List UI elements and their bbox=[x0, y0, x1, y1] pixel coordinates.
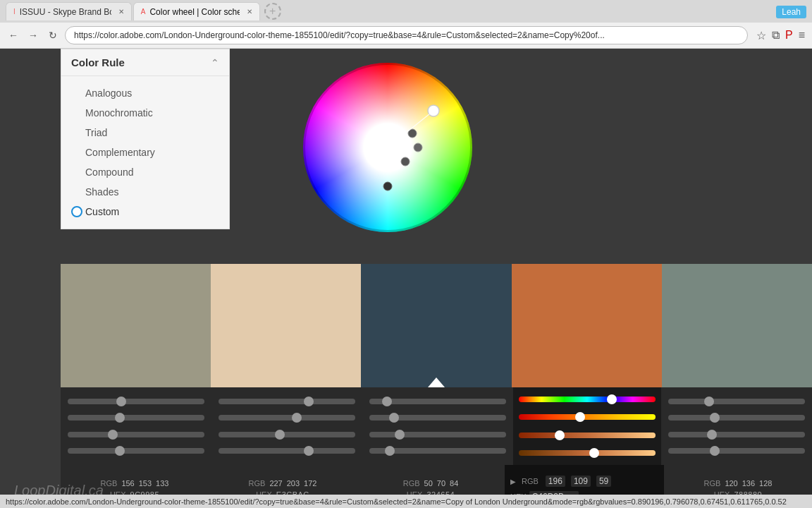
wheel-handle-2[interactable] bbox=[414, 143, 422, 152]
slider-thumb-5-a[interactable] bbox=[710, 446, 720, 456]
tab-bar: I ISSUU - Skype Brand Book ✕ A Color whe… bbox=[0, 0, 812, 23]
green-thumb[interactable] bbox=[555, 430, 565, 440]
rgb-label-4: RGB bbox=[522, 477, 539, 485]
slider-column-4 bbox=[513, 387, 661, 465]
user-label: Leah bbox=[770, 5, 806, 18]
slider-thumb-3-g[interactable] bbox=[389, 413, 399, 423]
rule-monochromatic[interactable]: Monochromatic bbox=[61, 103, 229, 123]
color-wheel-container bbox=[303, 63, 472, 232]
slider-column-2 bbox=[211, 387, 362, 465]
page-content: Save Color Rule ⌃ Analogous Monochromati… bbox=[0, 49, 812, 508]
refresh-button[interactable]: ↻ bbox=[45, 28, 61, 43]
slider-5-a[interactable] bbox=[668, 448, 805, 454]
address-bar-row: ← → ↻ ☆ ⧉ P ≡ bbox=[0, 23, 812, 48]
slider-2-r[interactable] bbox=[219, 399, 355, 404]
slider-thumb-5-g[interactable] bbox=[710, 413, 720, 423]
slider-thumb-2-b[interactable] bbox=[275, 430, 285, 440]
rgb-value-5-r: 120 bbox=[725, 479, 737, 488]
slider-3-g[interactable] bbox=[369, 415, 506, 421]
rgb-b-4[interactable]: 59 bbox=[596, 476, 611, 487]
menu-icon[interactable]: ≡ bbox=[797, 28, 806, 43]
swatch-1[interactable] bbox=[61, 264, 211, 387]
status-bar: https://color.adobe.com/London-Undergrou… bbox=[0, 495, 812, 508]
forward-button[interactable]: → bbox=[25, 28, 41, 43]
swatch-3[interactable] bbox=[361, 264, 511, 387]
color-rule-list: Analogous Monochromatic Triad Complement… bbox=[61, 76, 229, 229]
rgb-value-1-b: 133 bbox=[156, 479, 168, 488]
slider-5-g[interactable] bbox=[668, 415, 805, 421]
slider-thumb-2-r[interactable] bbox=[304, 397, 314, 406]
rule-shades[interactable]: Shades bbox=[61, 182, 229, 202]
status-url: https://color.adobe.com/London-Undergrou… bbox=[6, 497, 787, 506]
alpha-slider[interactable] bbox=[519, 450, 656, 456]
green-slider[interactable] bbox=[519, 433, 656, 438]
rule-analogous[interactable]: Analogous bbox=[61, 83, 229, 103]
slider-thumb-2-g[interactable] bbox=[292, 413, 302, 423]
browser-actions: ☆ ⧉ P ≡ bbox=[755, 28, 806, 44]
slider-5-b[interactable] bbox=[668, 432, 805, 437]
panel-collapse-button[interactable]: ⌃ bbox=[211, 57, 219, 68]
hue-slider[interactable] bbox=[519, 397, 656, 402]
slider-thumb-5-b[interactable] bbox=[707, 430, 717, 440]
rgb-value-3-r: 50 bbox=[424, 479, 433, 488]
slider-3-r[interactable] bbox=[369, 399, 506, 404]
slider-thumb-2-a[interactable] bbox=[304, 446, 314, 456]
rule-custom[interactable]: Custom bbox=[61, 202, 229, 222]
tab-close-issuu[interactable]: ✕ bbox=[118, 8, 124, 16]
slider-thumb-3-a[interactable] bbox=[385, 446, 395, 456]
slider-thumb-3-b[interactable] bbox=[395, 430, 405, 440]
bookmark-star-icon[interactable]: ☆ bbox=[755, 28, 768, 44]
rgb-value-1-r: 156 bbox=[121, 479, 134, 488]
slider-thumb-1-r[interactable] bbox=[116, 397, 126, 406]
slider-2-g[interactable] bbox=[219, 415, 355, 421]
address-bar[interactable] bbox=[65, 26, 748, 44]
slider-3-b[interactable] bbox=[369, 432, 506, 437]
slider-5-r[interactable] bbox=[668, 399, 805, 404]
alpha-thumb[interactable] bbox=[589, 448, 599, 458]
slider-thumb-5-r[interactable] bbox=[704, 397, 714, 406]
browser-chrome: I ISSUU - Skype Brand Book ✕ A Color whe… bbox=[0, 0, 812, 49]
tab-adobe-color[interactable]: A Color wheel | Color schem... ✕ bbox=[133, 2, 260, 20]
hue-thumb[interactable] bbox=[607, 394, 617, 404]
rule-compound[interactable]: Compound bbox=[61, 162, 229, 182]
rgb-r-4[interactable]: 196 bbox=[546, 476, 565, 487]
wheel-handle-5[interactable] bbox=[383, 182, 392, 190]
rgb-value-2-b: 172 bbox=[304, 479, 316, 488]
rgb-value-2-r: 227 bbox=[269, 479, 282, 488]
swatch-4[interactable] bbox=[512, 264, 662, 387]
slider-thumb-1-g[interactable] bbox=[115, 413, 125, 423]
slider-1-b[interactable] bbox=[68, 432, 204, 437]
slider-thumb-3-r[interactable] bbox=[382, 397, 392, 406]
rgb-value-2-g: 203 bbox=[287, 479, 300, 488]
swatch-5[interactable] bbox=[662, 264, 812, 387]
swatch-2[interactable] bbox=[211, 264, 361, 387]
wheel-handle-3[interactable] bbox=[401, 157, 410, 166]
tab-close-adobe[interactable]: ✕ bbox=[247, 8, 252, 16]
slider-2-b[interactable] bbox=[219, 432, 355, 437]
swatches-area bbox=[61, 264, 812, 387]
slider-1-g[interactable] bbox=[68, 415, 204, 421]
slider-thumb-1-b[interactable] bbox=[108, 430, 118, 440]
slider-2-a[interactable] bbox=[219, 448, 355, 454]
rgb-label-5: RGB bbox=[704, 479, 721, 488]
tab-issuu[interactable]: I ISSUU - Skype Brand Book ✕ bbox=[6, 2, 132, 20]
sat-slider[interactable] bbox=[519, 414, 656, 420]
slider-1-a[interactable] bbox=[68, 448, 204, 454]
back-button[interactable]: ← bbox=[6, 28, 21, 43]
rgb-label-3: RGB bbox=[403, 479, 420, 488]
slider-thumb-1-a[interactable] bbox=[115, 446, 125, 456]
slider-column-1 bbox=[61, 387, 211, 465]
rgb-g-4[interactable]: 109 bbox=[571, 476, 591, 487]
extensions-icon[interactable]: ⧉ bbox=[770, 28, 781, 43]
slider-1-r[interactable] bbox=[68, 399, 204, 404]
rule-triad[interactable]: Triad bbox=[61, 123, 229, 143]
rgb-value-3-g: 70 bbox=[437, 479, 445, 488]
new-tab-button[interactable]: + bbox=[264, 3, 281, 20]
active-swatch-marker bbox=[428, 377, 445, 387]
sat-thumb[interactable] bbox=[575, 412, 585, 422]
rgb-toggle[interactable]: ▶ bbox=[510, 478, 516, 485]
rule-complementary[interactable]: Complementary bbox=[61, 143, 229, 162]
pinterest-icon[interactable]: P bbox=[784, 28, 794, 43]
slider-3-a[interactable] bbox=[369, 448, 506, 454]
color-wheel[interactable] bbox=[303, 63, 472, 232]
